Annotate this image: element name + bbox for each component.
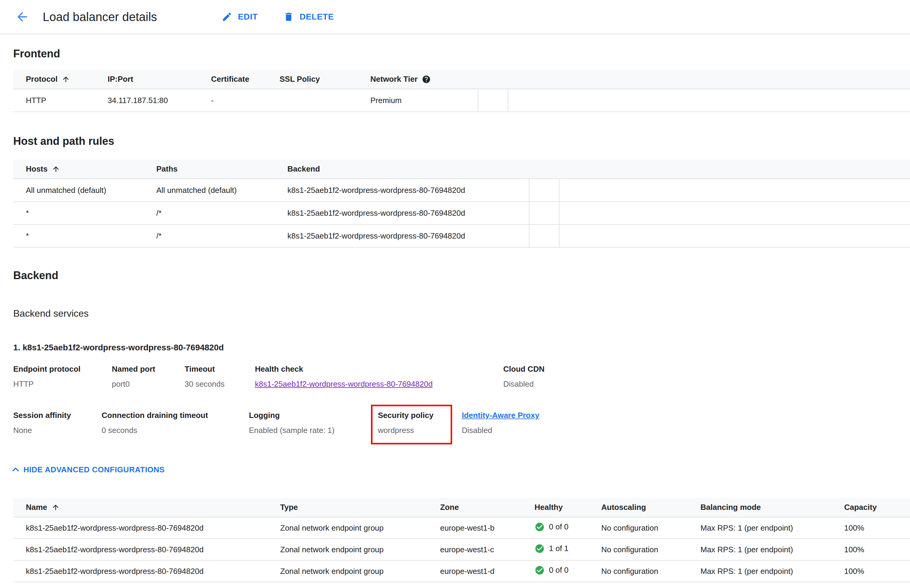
hostpath-row: All unmatched (default) All unmatched (d… — [13, 179, 910, 202]
frontend-cell-ssl-policy — [280, 89, 370, 112]
column-label-name: Name — [26, 503, 47, 512]
hostpath-cell-hosts: All unmatched (default) — [13, 179, 156, 202]
instances-header-row: Name Type Zone Healthy Autoscaling Balan… — [13, 498, 910, 517]
instances-col-type: Type — [280, 498, 440, 517]
detail-value: port0 — [112, 379, 185, 389]
security-policy-highlight-box: Security policy wordpress — [371, 405, 452, 444]
instances-col-healthy: Healthy — [534, 498, 601, 517]
column-label-capacity: Capacity — [844, 503, 877, 512]
frontend-cell-ip-port: 34.117.187.51:80 — [108, 89, 211, 112]
frontend-col-empty — [478, 70, 508, 89]
instances-col-autoscaling: Autoscaling — [601, 498, 701, 517]
detail-session-affinity: Session affinity None — [13, 410, 102, 435]
frontend-col-certificate: Certificate — [211, 70, 280, 89]
hostpath-cell-backend: k8s1-25aeb1f2-wordpress-wordpress-80-769… — [287, 202, 529, 225]
detail-label: Named port — [112, 364, 185, 374]
back-button[interactable] — [15, 10, 29, 24]
frontend-cell-filler — [508, 89, 910, 112]
column-label-paths: Paths — [156, 164, 178, 173]
instances-row: k8s1-25aeb1f2-wordpress-wordpress-80-769… — [13, 539, 910, 561]
hostpath-cell-backend: k8s1-25aeb1f2-wordpress-wordpress-80-769… — [287, 179, 529, 202]
frontend-cell-certificate: - — [211, 89, 280, 112]
backend-service-title: 1. k8s1-25aeb1f2-wordpress-wordpress-80-… — [13, 342, 910, 353]
delete-button[interactable]: DELETE — [283, 11, 334, 22]
frontend-col-ssl-policy: SSL Policy — [280, 70, 370, 89]
backend-details-row-1: Endpoint protocol HTTP Named port port0 … — [13, 364, 910, 389]
healthy-check-icon — [534, 544, 545, 554]
hostpath-col-filler — [559, 160, 910, 179]
app-header: Load balancer details EDIT DELETE — [0, 0, 910, 34]
hostpath-cell-paths: All unmatched (default) — [156, 179, 287, 202]
column-label-network-tier: Network Tier — [370, 74, 418, 84]
instances-cell-zone: europe-west1-d — [440, 561, 534, 582]
instances-cell-balancing-mode: Max RPS: 1 (per endpoint) — [701, 517, 844, 539]
instances-cell-name: k8s1-25aeb1f2-wordpress-wordpress-80-769… — [13, 539, 280, 561]
pencil-icon — [222, 11, 232, 22]
sort-ascending-icon — [52, 165, 60, 173]
main-content: Frontend Protocol IP:Port Certificate SS… — [0, 47, 910, 582]
help-icon[interactable] — [422, 75, 431, 84]
detail-identity-aware-proxy: Identity-Aware Proxy Disabled — [462, 410, 539, 435]
detail-label: Security policy — [378, 410, 445, 420]
hostpath-col-hosts[interactable]: Hosts — [13, 160, 156, 179]
instances-cell-balancing-mode: Max RPS: 1 (per endpoint) — [701, 539, 844, 561]
detail-value: Disabled — [503, 379, 544, 389]
hostpath-col-paths: Paths — [156, 160, 287, 179]
sort-ascending-icon — [52, 503, 60, 512]
detail-logging: Logging Enabled (sample rate: 1) — [249, 410, 371, 435]
frontend-table: Protocol IP:Port Certificate SSL Policy … — [13, 70, 910, 112]
detail-value: Disabled — [462, 425, 539, 435]
instances-cell-capacity: 100% — [844, 517, 910, 539]
column-label-ssl-policy: SSL Policy — [280, 74, 320, 84]
backend-details-row-2: Session affinity None Connection drainin… — [13, 410, 910, 444]
healthy-count: 0 of 0 — [549, 565, 568, 575]
detail-endpoint-protocol: Endpoint protocol HTTP — [13, 364, 112, 389]
hostpath-cell-empty — [529, 225, 559, 247]
hostpath-cell-hosts: * — [13, 225, 156, 247]
hostpath-row: * /* k8s1-25aeb1f2-wordpress-wordpress-8… — [13, 225, 910, 247]
instances-row: k8s1-25aeb1f2-wordpress-wordpress-80-769… — [13, 517, 910, 539]
frontend-cell-network-tier: Premium — [370, 89, 478, 112]
hostpath-cell-hosts: * — [13, 202, 156, 225]
page-title: Load balancer details — [43, 10, 157, 24]
health-check-link[interactable]: k8s1-25aeb1f2-wordpress-wordpress-80-769… — [255, 380, 432, 388]
frontend-header-row: Protocol IP:Port Certificate SSL Policy … — [13, 70, 910, 89]
instances-col-capacity: Capacity — [844, 498, 910, 517]
identity-aware-proxy-link[interactable]: Identity-Aware Proxy — [462, 411, 539, 420]
hostpath-cell-filler — [559, 202, 910, 225]
instances-cell-balancing-mode: Max RPS: 1 (per endpoint) — [701, 561, 844, 582]
column-label-type: Type — [280, 503, 298, 512]
detail-health-check: Health check k8s1-25aeb1f2-wordpress-wor… — [255, 364, 503, 389]
host-path-rules-table: Hosts Paths Backend All unmatched (defau… — [13, 160, 910, 247]
hostpath-cell-paths: /* — [156, 202, 287, 225]
column-label-certificate: Certificate — [211, 74, 249, 84]
hide-advanced-configurations-button[interactable]: HIDE ADVANCED CONFIGURATIONS — [9, 463, 165, 476]
edit-button[interactable]: EDIT — [222, 11, 257, 22]
instances-row: k8s1-25aeb1f2-wordpress-wordpress-80-769… — [13, 561, 910, 582]
instances-cell-zone: europe-west1-c — [440, 539, 534, 561]
detail-label: Endpoint protocol — [13, 364, 112, 374]
frontend-row: HTTP 34.117.187.51:80 - Premium — [13, 89, 910, 112]
frontend-col-protocol[interactable]: Protocol — [13, 70, 108, 89]
hostpath-col-empty — [529, 160, 559, 179]
instances-cell-autoscaling: No configuration — [601, 517, 701, 539]
hostpath-col-backend: Backend — [287, 160, 529, 179]
backend-instances-table: Name Type Zone Healthy Autoscaling Balan… — [13, 498, 910, 582]
back-arrow-icon — [15, 10, 29, 24]
detail-label: Session affinity — [13, 410, 102, 420]
detail-label: Health check — [255, 364, 503, 374]
hostpath-cell-filler — [559, 225, 910, 247]
instances-cell-zone: europe-west1-b — [440, 517, 534, 539]
hostpath-cell-backend: k8s1-25aeb1f2-wordpress-wordpress-80-769… — [287, 225, 529, 247]
instances-cell-capacity: 100% — [844, 561, 910, 582]
hostpath-section-heading: Host and path rules — [13, 135, 910, 147]
edit-button-label: EDIT — [238, 12, 257, 22]
instances-cell-type: Zonal network endpoint group — [280, 539, 440, 561]
instances-cell-healthy: 1 of 1 — [534, 539, 601, 561]
instances-cell-capacity: 100% — [844, 539, 910, 561]
hostpath-cell-paths: /* — [156, 225, 287, 247]
instances-col-name[interactable]: Name — [13, 498, 280, 517]
chevron-up-icon — [9, 463, 22, 476]
instances-col-balancing-mode: Balancing mode — [701, 498, 844, 517]
frontend-section-heading: Frontend — [13, 47, 910, 60]
